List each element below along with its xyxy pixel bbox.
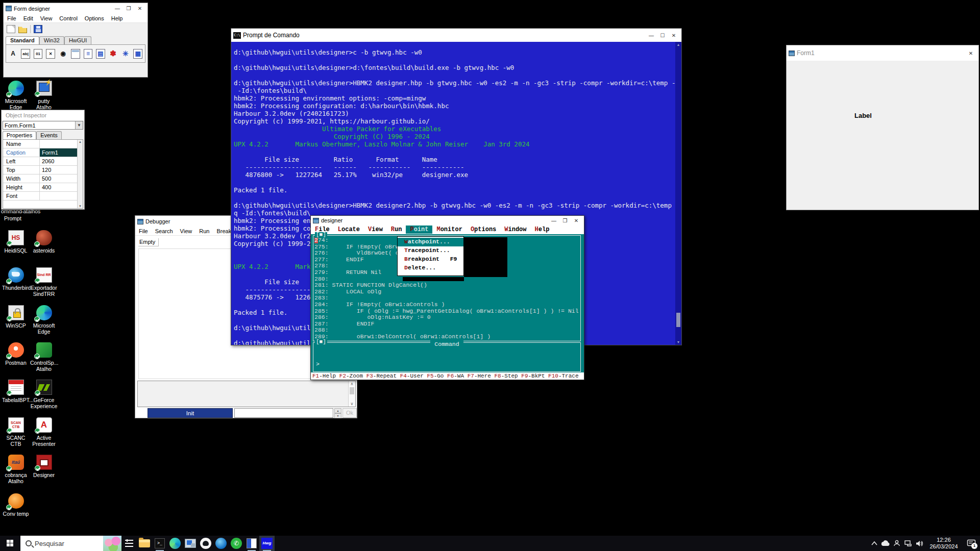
close-icon[interactable]: ✕ xyxy=(134,6,145,11)
tab-events[interactable]: Events xyxy=(36,131,62,139)
hidden-icons-chevron-icon[interactable] xyxy=(869,536,880,551)
open-file-icon[interactable] xyxy=(18,25,27,33)
property-row[interactable]: Height400 xyxy=(3,183,83,192)
combobox-component-icon[interactable]: ▤ xyxy=(96,49,105,59)
desktop-icon-winscp[interactable]: WinSCP xyxy=(2,305,30,329)
panel-component-icon[interactable] xyxy=(71,49,80,59)
property-value[interactable]: 2060 xyxy=(40,157,83,165)
save-file-icon[interactable] xyxy=(34,25,42,33)
maximize-icon[interactable]: ❐ xyxy=(559,218,571,223)
desktop-icon-itau[interactable]: ItaúcobrançaAtalho xyxy=(2,455,30,484)
menu-item-file[interactable]: File xyxy=(135,228,152,234)
desktop-icon-geforce[interactable]: GeForceExperience xyxy=(30,380,58,409)
menu-item-view[interactable]: View xyxy=(364,226,387,234)
tab-standard[interactable]: Standard xyxy=(6,36,39,44)
property-value[interactable]: Form1 xyxy=(40,148,83,157)
menu-item-run[interactable]: Run xyxy=(195,228,213,234)
maximize-icon[interactable]: ❐ xyxy=(123,6,134,11)
menu-item-help[interactable]: Help xyxy=(531,226,554,234)
desktop-icon-edge[interactable]: MicrosoftEdge xyxy=(2,81,30,110)
taskbar-clock[interactable]: 12:26 26/03/2024 xyxy=(925,537,963,550)
menu-item-run[interactable]: Run xyxy=(387,226,406,234)
radio-component-icon[interactable]: ◉ xyxy=(59,49,67,59)
chevron-down-icon[interactable]: ▼ xyxy=(75,121,83,129)
taskbar-icon-thunderbird[interactable] xyxy=(213,536,229,551)
object-inspector-titlebar[interactable]: Object Inspector xyxy=(2,110,84,120)
desktop-icon-sindtrr[interactable]: Sind RRExportadorSindTRR xyxy=(30,267,58,297)
init-button[interactable]: Init xyxy=(148,408,233,418)
scroll-up-icon[interactable]: ▲ xyxy=(675,43,681,46)
object-selector-combo[interactable]: Form.Form1 ▼ xyxy=(3,121,83,130)
debugger-tab-empty[interactable]: Empty xyxy=(138,238,159,246)
menu-item-options[interactable]: Options xyxy=(467,226,500,234)
maximize-icon[interactable]: ☐ xyxy=(657,33,668,38)
dropdown-item-tracepoint[interactable]: Tracepoint... xyxy=(398,246,463,255)
star-component-icon[interactable]: ✳ xyxy=(121,49,130,59)
desktop-icon-designer[interactable]: Designer xyxy=(30,455,58,478)
desktop-icon-edge[interactable]: MicrosoftEdge xyxy=(30,305,58,335)
close-icon[interactable]: ✕ xyxy=(571,218,582,223)
menu-item-edit[interactable]: Edit xyxy=(20,15,37,21)
menu-item-view[interactable]: View xyxy=(177,228,196,234)
taskbar-icon-github[interactable] xyxy=(198,536,213,551)
property-value[interactable]: 400 xyxy=(40,183,83,191)
menu-item-file[interactable]: File xyxy=(4,15,20,21)
form1-titlebar[interactable]: Form1 ✕ xyxy=(787,45,978,61)
scroll-up-icon[interactable]: ∧ xyxy=(349,382,355,386)
desktop-icon-activepresenter[interactable]: AActivePresenter xyxy=(30,417,58,447)
graphics-component-icon[interactable]: ✽ xyxy=(109,49,117,59)
minimize-icon[interactable]: — xyxy=(548,218,559,223)
menu-item-monitor[interactable]: Monitor xyxy=(432,226,466,234)
debugger-listbox[interactable]: ∧ ∨ xyxy=(137,381,356,407)
command-prompt-titlebar[interactable]: C:\ Prompt de Comando — ☐ ✕ xyxy=(231,29,681,42)
taskbar-icon-folder[interactable] xyxy=(137,536,152,551)
menu-item-control[interactable]: Control xyxy=(56,15,81,21)
taskbar-icon-whatsapp[interactable]: ✆ xyxy=(229,536,244,551)
start-button[interactable] xyxy=(0,536,20,551)
scroll-up-icon[interactable]: ▲ xyxy=(78,140,83,143)
menu-item-locate[interactable]: Locate xyxy=(334,226,364,234)
desktop-icon-scanc[interactable]: SCAN CTBSCANC CTB xyxy=(2,417,30,447)
desktop-icon-heidisql[interactable]: HSHeidiSQL xyxy=(2,230,30,254)
spinner-control[interactable]: ▲▼ xyxy=(334,408,341,418)
property-value[interactable]: 500 xyxy=(40,174,83,183)
scrollbar-thumb[interactable] xyxy=(676,313,680,327)
dropdown-item-breakpoint[interactable]: Breakpoint F9 xyxy=(398,255,463,264)
minimize-icon[interactable]: — xyxy=(646,33,657,38)
label-component-icon[interactable]: A xyxy=(9,49,17,59)
menu-item-window[interactable]: Window xyxy=(500,226,530,234)
desktop-icon-convtemp[interactable]: Conv temp xyxy=(2,493,30,517)
scrollbar-thumb[interactable] xyxy=(350,387,354,394)
grid-component-icon[interactable]: ▦ xyxy=(133,49,142,59)
notification-center-icon[interactable]: 1 xyxy=(963,536,980,551)
menu-item-search[interactable]: Search xyxy=(152,228,177,234)
desktop-icon-tabelaibpt[interactable]: TabelaIBPT... xyxy=(2,380,30,403)
command-box-control-icon[interactable]: [■] xyxy=(315,339,327,345)
desktop-icon-controlsp[interactable]: ControlSp...Atalho xyxy=(30,342,58,372)
tab-hwgui[interactable]: HwGUI xyxy=(64,36,91,44)
taskbar-icon-hwg[interactable]: Hwg xyxy=(259,536,275,551)
menu-item-view[interactable]: View xyxy=(37,15,56,21)
tab-win32[interactable]: Win32 xyxy=(39,36,64,44)
property-row[interactable]: Top120 xyxy=(3,166,83,174)
tab-properties[interactable]: Properties xyxy=(3,131,36,139)
form-designer-titlebar[interactable]: Form designer — ❐ ✕ xyxy=(4,3,148,14)
close-icon[interactable]: ✕ xyxy=(668,33,679,38)
menu-item-options[interactable]: Options xyxy=(81,15,108,21)
close-icon[interactable]: ✕ xyxy=(965,51,976,56)
desktop-icon-putty[interactable]: puttyAtalho xyxy=(30,81,58,110)
property-row[interactable]: Font xyxy=(3,192,83,201)
code-window-control-icon[interactable]: [■] xyxy=(315,232,327,238)
taskbar-icon-terminal[interactable]: >_ xyxy=(152,536,167,551)
listbox-scrollbar[interactable]: ∧ ∨ xyxy=(348,381,355,407)
property-value[interactable] xyxy=(40,140,83,148)
menu-item-help[interactable]: Help xyxy=(108,15,127,21)
search-highlight-image[interactable] xyxy=(103,536,121,551)
listbox-component-icon[interactable]: ≡ xyxy=(84,49,93,59)
network-icon[interactable] xyxy=(902,536,914,551)
user-status-icon[interactable] xyxy=(891,536,902,551)
volume-icon[interactable] xyxy=(914,536,925,551)
property-row[interactable]: Left2060 xyxy=(3,157,83,166)
console-scrollbar[interactable]: ▲ ▼ xyxy=(675,42,681,345)
taskbar-icon-edge[interactable] xyxy=(167,536,183,551)
